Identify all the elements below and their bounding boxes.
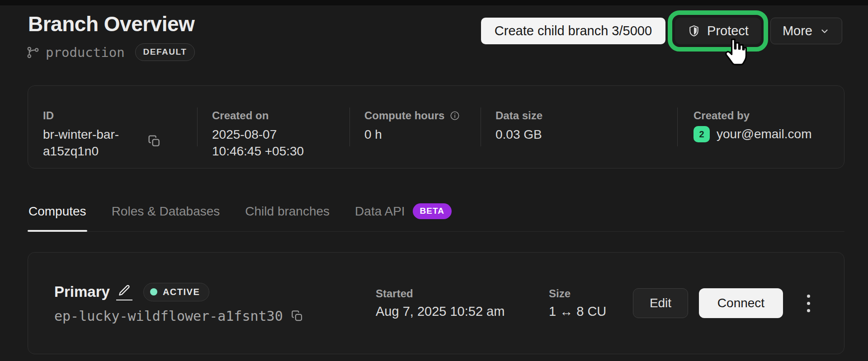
compute-card: Primary ACTIVE ep-lucky-wildflower-a1fsn… <box>28 252 844 354</box>
status-text: ACTIVE <box>163 287 200 297</box>
compute-name: Primary <box>54 283 110 300</box>
kebab-dot <box>807 302 810 305</box>
rename-compute-button[interactable] <box>116 284 132 300</box>
protect-button[interactable]: Protect <box>675 18 761 44</box>
window-top-edge <box>0 0 868 5</box>
info-col-compute-hours: Compute hours 0 h <box>349 86 481 168</box>
more-button-label: More <box>783 23 812 38</box>
branch-info-card: ID br-winter-bar-a15zq1n0 Created on 202… <box>28 85 844 169</box>
kebab-dot <box>807 295 810 298</box>
endpoint-id: ep-lucky-wildflower-a1fsnt30 <box>54 308 283 324</box>
compute-identity: Primary ACTIVE ep-lucky-wildflower-a1fsn… <box>54 253 304 354</box>
protect-button-label: Protect <box>707 23 749 38</box>
branch-row: production DEFAULT <box>26 43 195 61</box>
size-label: Size <box>549 287 606 300</box>
connect-button[interactable]: Connect <box>699 288 783 318</box>
info-col-data-size: Data size 0.03 GB <box>481 86 677 168</box>
compute-hours-value: 0 h <box>364 127 476 143</box>
tab-child-branches-label: Child branches <box>245 204 330 219</box>
beta-badge: BETA <box>413 203 452 219</box>
info-col-created: Created on 2025-08-07 10:46:45 +05:30 <box>197 86 349 168</box>
created-on-label: Created on <box>212 109 345 122</box>
branch-tabs: Computes Roles & Databases Child branche… <box>28 201 844 232</box>
started-block: Started Aug 7, 2025 10:52 am <box>376 287 505 319</box>
tab-child-branches[interactable]: Child branches <box>244 201 330 231</box>
edit-compute-button[interactable]: Edit <box>633 288 688 318</box>
size-value: 1 ↔ 8 CU <box>549 304 606 319</box>
copy-id-icon[interactable] <box>147 134 161 148</box>
compute-hours-label: Compute hours <box>364 109 444 122</box>
created-by-value: your@email.com <box>717 126 811 143</box>
pencil-icon <box>118 284 131 297</box>
avatar: 2 <box>693 126 710 142</box>
data-size-value: 0.03 GB <box>495 127 673 143</box>
created-by-label: Created by <box>693 109 840 122</box>
create-child-branch-button[interactable]: Create child branch 3/5000 <box>481 18 665 44</box>
page-title: Branch Overview <box>28 12 194 36</box>
hand-pointer-cursor <box>722 38 748 69</box>
status-dot <box>150 288 157 295</box>
branch-name: production <box>46 45 125 60</box>
branch-overview-page: Branch Overview production DEFAULT Creat… <box>0 0 868 361</box>
copy-endpoint-icon[interactable] <box>290 309 304 323</box>
chevron-down-icon <box>819 26 830 37</box>
tab-computes[interactable]: Computes <box>28 201 87 231</box>
tab-computes-label: Computes <box>28 204 86 219</box>
kebab-menu-icon[interactable] <box>797 288 819 318</box>
default-badge: DEFAULT <box>135 43 195 61</box>
started-value: Aug 7, 2025 10:52 am <box>376 304 505 319</box>
size-block: Size 1 ↔ 8 CU <box>549 287 606 319</box>
info-col-id: ID br-winter-bar-a15zq1n0 <box>28 86 197 168</box>
info-icon[interactable] <box>449 110 460 121</box>
tab-roles-databases[interactable]: Roles & Databases <box>111 201 221 231</box>
branch-id-value: br-winter-bar-a15zq1n0 <box>43 127 139 160</box>
header-actions: Create child branch 3/5000 Protect More <box>481 10 842 52</box>
id-label: ID <box>43 109 193 122</box>
shield-icon <box>687 24 701 38</box>
tab-data-api-label: Data API <box>355 204 405 219</box>
started-label: Started <box>376 287 505 300</box>
tab-roles-databases-label: Roles & Databases <box>112 204 220 219</box>
more-button[interactable]: More <box>770 18 842 44</box>
kebab-dot <box>807 309 810 312</box>
status-badge: ACTIVE <box>143 283 209 301</box>
git-branch-icon <box>26 46 40 59</box>
info-col-created-by: Created by 2 your@email.com <box>677 86 844 168</box>
created-on-value: 2025-08-07 10:46:45 +05:30 <box>212 127 325 160</box>
tab-data-api[interactable]: Data API BETA <box>354 201 453 231</box>
protect-highlight-ring: Protect <box>668 10 768 52</box>
data-size-label: Data size <box>495 109 673 122</box>
